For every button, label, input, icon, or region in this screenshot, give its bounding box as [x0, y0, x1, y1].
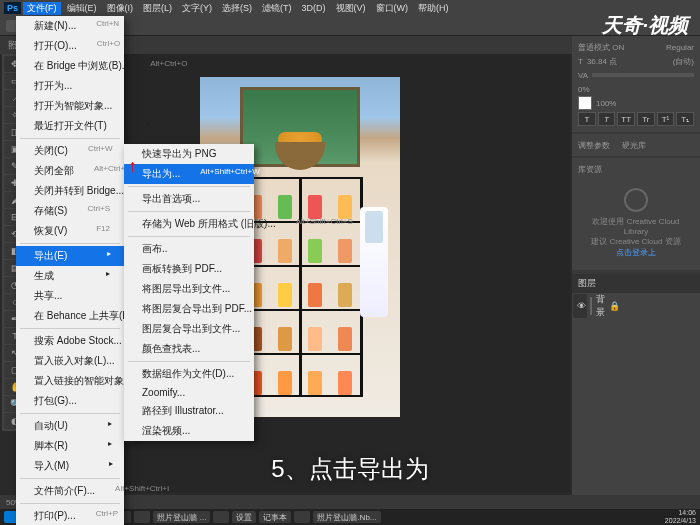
menu-item[interactable]: 编辑(E) [63, 2, 101, 15]
taskbar-item[interactable]: 照片登山牆.Nb... [313, 511, 380, 523]
menu-item[interactable]: 关闭并转到 Bridge...Shift+Ctrl+W [16, 181, 124, 201]
menu-item[interactable]: 图层复合导出到文件... [124, 319, 254, 339]
layers-panel[interactable]: 图层 👁 背景 🔒 [572, 274, 700, 509]
menu-item[interactable]: 帮助(H) [414, 2, 453, 15]
menu-item[interactable]: 渲染视频... [124, 421, 254, 441]
menu-item[interactable]: 选择(S) [218, 2, 256, 15]
menu-item[interactable]: 文件简介(F)...Alt+Shift+Ctrl+I [16, 481, 124, 501]
menu-item[interactable]: 导入(M) [16, 456, 124, 476]
menu-item[interactable]: 将图层复合导出到 PDF... [124, 299, 254, 319]
libraries-panel[interactable]: 库资源 欢迎使用 Creative Cloud Library 建议 Creat… [572, 158, 700, 270]
menu-item[interactable]: 滤镜(T) [258, 2, 296, 15]
menu-item[interactable]: 文件(F) [23, 2, 61, 15]
export-submenu[interactable]: 快速导出为 PNG导出为...Alt+Shift+Ctrl+W导出首选项...存… [124, 144, 254, 441]
menu-item[interactable]: 新建(N)...Ctrl+N [16, 16, 124, 36]
menu-item[interactable]: 导出首选项... [124, 189, 254, 209]
menu-item[interactable]: 恢复(V)F12 [16, 221, 124, 241]
watermark: 天奇·视频 [602, 12, 688, 39]
taskbar-item[interactable]: 照片登山牆 ... [153, 511, 210, 523]
menu-item[interactable]: 图像(I) [103, 2, 138, 15]
taskbar-item[interactable]: 记事本 [259, 511, 291, 523]
menu-item[interactable]: 画板转换到 PDF... [124, 259, 254, 279]
menu-item[interactable]: 最近打开文件(T) [16, 116, 124, 136]
menu-item[interactable]: 导出为...Alt+Shift+Ctrl+W [124, 164, 254, 184]
menu-item[interactable]: 搜索 Adobe Stock... [16, 331, 124, 351]
menu-item[interactable]: 关闭全部Alt+Ctrl+W [16, 161, 124, 181]
character-panel[interactable]: 普通模式 ONRegular T36.84 点(自动) VA 0% 100% T… [572, 36, 700, 132]
menu-item[interactable]: 窗口(W) [372, 2, 413, 15]
visibility-icon[interactable]: 👁 [577, 301, 586, 311]
menu-item[interactable]: 存储(S)Ctrl+S [16, 201, 124, 221]
system-clock[interactable]: 14:062022/4/13 [665, 509, 696, 525]
menu-item[interactable]: 图层(L) [139, 2, 176, 15]
menu-item[interactable]: 脚本(R) [16, 436, 124, 456]
menu-item[interactable]: 快速导出为 PNG [124, 144, 254, 164]
menubar[interactable]: Ps 文件(F)编辑(E)图像(I)图层(L)文字(Y)选择(S)滤镜(T)3D… [0, 0, 700, 16]
menu-item[interactable]: 视图(V) [332, 2, 370, 15]
menu-item[interactable]: 数据组作为文件(D)... [124, 364, 254, 384]
ps-logo: Ps [4, 2, 21, 14]
adjust-panel[interactable]: 调整参数硬光库 [572, 134, 700, 156]
menu-item[interactable]: 打印(P)...Ctrl+P [16, 506, 124, 525]
menu-item[interactable]: 关闭(C)Ctrl+W [16, 141, 124, 161]
tutorial-caption: 5、点击导出为 [271, 453, 428, 485]
color-swatch[interactable] [578, 96, 592, 110]
menu-item[interactable]: 生成 [16, 266, 124, 286]
menu-item[interactable]: 将图层导出到文件... [124, 279, 254, 299]
menu-item[interactable]: 置入链接的智能对象(K)... [16, 371, 124, 391]
shelf-rack [235, 177, 365, 397]
menu-item[interactable]: 导出(E) [16, 246, 124, 266]
menu-item[interactable]: 颜色查找表... [124, 339, 254, 359]
menu-item[interactable]: 路径到 Illustrator... [124, 401, 254, 421]
taskbar-item[interactable] [134, 511, 150, 523]
cc-icon [624, 188, 648, 212]
menu-item[interactable]: Zoomify... [124, 384, 254, 401]
menu-item[interactable]: 共享... [16, 286, 124, 306]
basket [275, 142, 325, 170]
taskbar-item[interactable] [294, 511, 310, 523]
menu-item[interactable]: 打开(O)...Ctrl+O [16, 36, 124, 56]
menu-item[interactable]: 在 Bridge 中浏览(B)...Alt+Ctrl+O [16, 56, 124, 76]
menu-item[interactable]: 打开为... [16, 76, 124, 96]
menu-item[interactable]: 自动(U) [16, 416, 124, 436]
layer-thumb[interactable] [590, 297, 592, 315]
menu-item[interactable]: 打开为智能对象... [16, 96, 124, 116]
menu-item[interactable]: 文字(Y) [178, 2, 216, 15]
menu-item[interactable]: 存储为 Web 所用格式 (旧版)...Alt+Shift+Ctrl+S [124, 214, 254, 234]
menu-item[interactable]: 置入嵌入对象(L)... [16, 351, 124, 371]
right-panels: 普通模式 ONRegular T36.84 点(自动) VA 0% 100% T… [572, 36, 700, 509]
menu-item[interactable]: 在 Behance 上共享(D)... [16, 306, 124, 326]
login-link[interactable]: 点击登录上 [582, 247, 690, 258]
water-cooler [360, 207, 388, 317]
layer-row[interactable]: 👁 背景 🔒 [573, 294, 587, 318]
taskbar-item[interactable]: 设置 [232, 511, 256, 523]
taskbar-item[interactable] [213, 511, 229, 523]
menu-item[interactable]: 打包(G)... [16, 391, 124, 411]
menu-item[interactable]: 3D(D) [298, 3, 330, 13]
menu-item[interactable]: 画布.. [124, 239, 254, 259]
wall-painting [240, 87, 360, 167]
lock-icon[interactable]: 🔒 [609, 301, 620, 311]
file-menu[interactable]: 新建(N)...Ctrl+N打开(O)...Ctrl+O在 Bridge 中浏览… [16, 16, 124, 525]
